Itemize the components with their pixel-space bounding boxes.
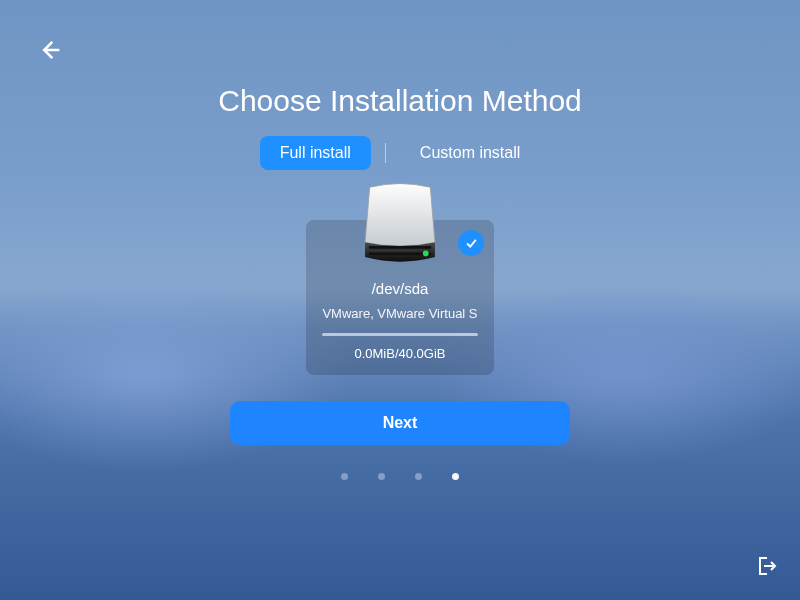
svg-rect-1 xyxy=(369,253,432,256)
next-button[interactable]: Next xyxy=(230,401,570,445)
disk-device: /dev/sda xyxy=(320,280,480,297)
tab-full-install[interactable]: Full install xyxy=(260,136,371,170)
disk-card[interactable]: /dev/sda VMware, VMware Virtual S 0.0MiB… xyxy=(306,220,494,375)
disk-usage-bar xyxy=(322,333,478,336)
tab-custom-install[interactable]: Custom install xyxy=(400,136,540,170)
exit-button[interactable] xyxy=(752,552,780,580)
page-title: Choose Installation Method xyxy=(0,0,800,118)
pager-dot-1 xyxy=(378,473,385,480)
pager-dot-3 xyxy=(452,473,459,480)
pager-dots xyxy=(0,473,800,480)
tab-separator xyxy=(385,143,386,163)
pager-dot-2 xyxy=(415,473,422,480)
selected-check-icon xyxy=(458,230,484,256)
exit-icon xyxy=(754,554,778,578)
disk-usage: 0.0MiB/40.0GiB xyxy=(320,346,480,361)
arrow-left-icon xyxy=(36,36,64,64)
pager-dot-0 xyxy=(341,473,348,480)
back-button[interactable] xyxy=(34,34,66,66)
disk-model: VMware, VMware Virtual S xyxy=(320,305,480,323)
svg-point-2 xyxy=(423,250,429,256)
install-method-tabs: Full install Custom install xyxy=(0,136,800,170)
hard-drive-icon xyxy=(354,178,446,270)
svg-rect-0 xyxy=(369,246,432,249)
